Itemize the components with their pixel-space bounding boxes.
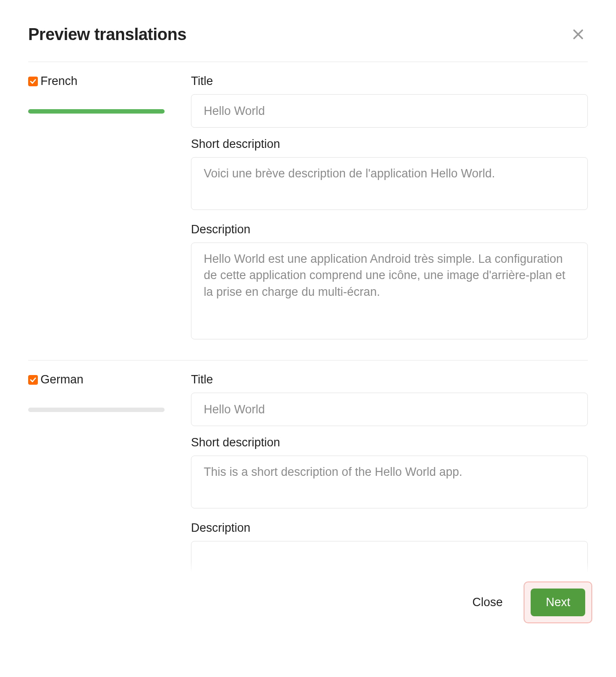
translations-scroll[interactable]: French Title Short description Descripti <box>0 62 616 573</box>
field-label-title: Title <box>191 74 588 88</box>
field-label-description: Description <box>191 223 588 236</box>
field-label-description: Description <box>191 521 588 535</box>
modal: Preview translations F <box>0 0 616 647</box>
language-block: French Title Short description Descripti <box>28 62 588 360</box>
progress-bar <box>28 408 165 412</box>
language-side: German <box>28 361 191 573</box>
modal-title: Preview translations <box>28 25 187 44</box>
language-side: French <box>28 62 191 360</box>
modal-footer: Close Next <box>0 573 616 647</box>
modal-header: Preview translations <box>0 0 616 62</box>
field-label-short-desc: Short description <box>191 137 588 151</box>
next-button-highlight: Next <box>524 581 592 623</box>
progress-bar <box>28 109 165 114</box>
short-desc-input[interactable] <box>191 157 588 210</box>
language-fields: Title Short description Description <box>191 361 588 573</box>
title-input[interactable] <box>191 94 588 128</box>
language-fields: Title Short description Description <box>191 62 588 360</box>
description-input[interactable] <box>191 541 588 573</box>
next-button[interactable]: Next <box>531 589 585 616</box>
language-name: German <box>40 373 84 386</box>
short-desc-input[interactable] <box>191 456 588 508</box>
field-label-title: Title <box>191 373 588 386</box>
close-icon[interactable] <box>568 25 588 44</box>
field-label-short-desc: Short description <box>191 436 588 449</box>
title-input[interactable] <box>191 393 588 426</box>
checkbox-icon[interactable] <box>28 77 38 86</box>
description-input[interactable] <box>191 243 588 339</box>
checkbox-icon[interactable] <box>28 375 38 385</box>
language-block: German Title Short description Descripti <box>28 360 588 573</box>
close-button[interactable]: Close <box>469 591 506 614</box>
language-name: French <box>40 74 77 88</box>
